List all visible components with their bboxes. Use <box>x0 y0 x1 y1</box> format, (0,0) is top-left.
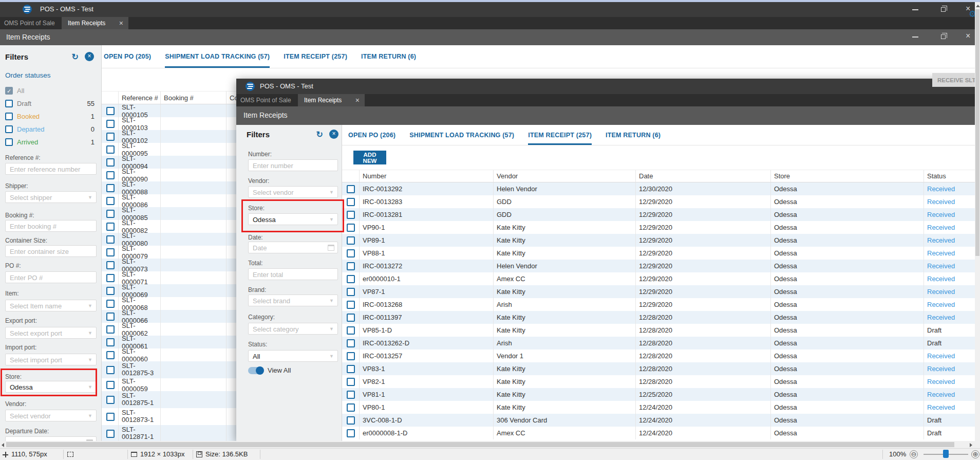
row-checkbox[interactable] <box>347 429 355 437</box>
app-tab-oms-point-of-sale[interactable]: OMS Point of Sale <box>0 17 58 29</box>
row-checkbox[interactable] <box>106 235 115 244</box>
checkbox-booked[interactable] <box>5 113 13 120</box>
row-checkbox[interactable] <box>347 339 355 347</box>
tab-item-receipt-257[interactable]: ITEM RECEIPT (257) <box>528 125 592 145</box>
app-tab-oms-point-of-sale[interactable]: OMS Point of Sale <box>236 94 294 106</box>
minimize-button[interactable] <box>912 6 918 12</box>
checkbox-departed[interactable] <box>5 125 13 133</box>
column-header[interactable] <box>102 91 119 104</box>
refresh-icon[interactable]: ↻ <box>316 130 323 139</box>
refresh-icon[interactable]: ↻ <box>72 52 79 62</box>
status-cell[interactable]: Received <box>924 221 975 234</box>
row-checkbox[interactable] <box>106 351 115 359</box>
selection-tool-icon[interactable] <box>67 452 73 457</box>
status-cell[interactable]: Received <box>924 247 975 260</box>
table-row[interactable]: IRC-0011397Kate Kitty12/28/2020OdessaRec… <box>342 311 975 324</box>
tab-shipment-load-tracking-57[interactable]: SHIPMENT LOAD TRACKING (57) <box>165 45 270 68</box>
status-cell[interactable]: Received <box>924 375 975 388</box>
column-header-number[interactable]: Number <box>360 170 494 182</box>
field-store-input[interactable]: Odessa▼ <box>248 213 338 225</box>
scroll-left-icon[interactable] <box>2 443 4 447</box>
row-checkbox[interactable] <box>106 223 115 231</box>
table-row[interactable]: IRC-0013281GDD12/29/2020OdessaReceived <box>342 208 975 221</box>
row-checkbox[interactable] <box>106 274 115 282</box>
table-row[interactable]: VP81-1Kate Kitty12/25/2020OdessaReceived <box>342 388 975 401</box>
row-checkbox[interactable] <box>347 314 355 322</box>
column-header[interactable] <box>342 170 360 182</box>
status-cell[interactable]: Received <box>924 401 975 414</box>
tab-item-receipt-257[interactable]: ITEM RECEIPT (257) <box>284 45 347 68</box>
column-header-status[interactable]: Status <box>924 170 975 182</box>
row-checkbox[interactable] <box>347 275 355 283</box>
table-row[interactable]: 3VC-008-1-D306 Vendor Card12/24/2020Odes… <box>342 414 975 427</box>
field-vendor-input[interactable]: Select vendor▼ <box>248 186 338 198</box>
status-cell[interactable]: Received <box>924 272 975 285</box>
table-row[interactable]: er0000010-1Amex CC12/29/2020OdessaReceiv… <box>342 272 975 285</box>
row-checkbox[interactable] <box>347 224 355 232</box>
status-cell[interactable]: Received <box>924 195 975 208</box>
row-checkbox[interactable] <box>347 301 355 309</box>
field-booking-input[interactable]: Enter booking # <box>5 220 97 232</box>
row-checkbox[interactable] <box>347 365 355 373</box>
field-reference-input[interactable]: Enter reference number <box>5 163 97 175</box>
field-date-input[interactable]: Date <box>248 242 338 253</box>
row-checkbox[interactable] <box>347 391 355 399</box>
row-checkbox[interactable] <box>347 185 355 193</box>
table-row[interactable]: VP87-1Kate Kitty12/29/2020OdessaReceived <box>342 285 975 298</box>
table-row[interactable]: IRC-0013272Helen Vendor12/29/2020OdessaR… <box>342 260 975 272</box>
settings-gear-icon[interactable]: ⚙ <box>969 9 975 20</box>
bg-titlebar[interactable]: POS - OMS - Test × <box>0 2 975 17</box>
field-vendor-input[interactable]: Select vendor▼ <box>5 410 97 421</box>
field-category-input[interactable]: Select category▼ <box>248 323 338 335</box>
close-filters-icon[interactable]: × <box>85 52 94 61</box>
checkbox-all[interactable]: ✓ <box>5 87 13 95</box>
app-tab-item-receipts[interactable]: Item Receipts× <box>62 17 128 29</box>
row-checkbox[interactable] <box>347 236 355 245</box>
row-checkbox[interactable] <box>106 120 115 128</box>
tab-open-po-205[interactable]: OPEN PO (205) <box>104 45 151 68</box>
row-checkbox[interactable] <box>106 381 115 389</box>
row-checkbox[interactable] <box>347 198 355 206</box>
receive-slt-button[interactable]: RECEIVE SLT <box>932 73 980 87</box>
row-checkbox[interactable] <box>106 197 115 205</box>
tab-close-icon[interactable]: × <box>355 94 360 106</box>
table-row[interactable]: IRC-0013257Vendor 112/28/2020OdessaRecei… <box>342 349 975 362</box>
child-close-button[interactable]: × <box>966 33 972 39</box>
scroll-right-icon[interactable] <box>970 443 972 447</box>
field-po-input[interactable]: Enter PO # <box>5 271 97 283</box>
row-checkbox[interactable] <box>347 378 355 386</box>
table-row[interactable]: IRC-0013292Helen Vendor12/30/2020OdessaR… <box>342 182 975 195</box>
field-store-input[interactable]: Odessa▼ <box>5 381 97 393</box>
status-cell[interactable]: Draft <box>924 414 975 427</box>
status-cell[interactable]: Received <box>924 260 975 272</box>
scroll-up-icon[interactable] <box>976 5 980 7</box>
row-checkbox[interactable] <box>106 184 115 192</box>
field-container-size-input[interactable]: Enter container size <box>5 245 97 257</box>
hscroll-thumb[interactable] <box>6 442 954 447</box>
close-filters-icon[interactable]: × <box>329 130 338 139</box>
column-header-booking[interactable]: Booking # <box>161 91 227 104</box>
row-checkbox[interactable] <box>347 416 355 425</box>
status-cell[interactable]: Draft <box>924 324 975 337</box>
status-cell[interactable]: Draft <box>924 427 975 439</box>
row-checkbox[interactable] <box>347 262 355 270</box>
status-cell[interactable]: Received <box>924 182 975 195</box>
vertical-scrollbar[interactable] <box>975 2 980 441</box>
checkbox-arrived[interactable] <box>5 138 13 146</box>
row-checkbox[interactable] <box>106 396 115 404</box>
row-checkbox[interactable] <box>347 211 355 219</box>
row-checkbox[interactable] <box>106 300 115 308</box>
view-all-toggle[interactable] <box>248 367 263 374</box>
horizontal-scrollbar[interactable] <box>0 441 975 448</box>
tab-item-return-6[interactable]: ITEM RETURN (6) <box>606 125 661 145</box>
row-checkbox[interactable] <box>106 158 115 167</box>
maximize-button[interactable] <box>941 7 946 12</box>
status-cell[interactable]: Received <box>924 362 975 375</box>
row-checkbox[interactable] <box>106 210 115 218</box>
zoom-slider-thumb[interactable] <box>943 450 949 458</box>
status-cell[interactable]: Received <box>924 298 975 311</box>
table-row[interactable]: IRC-0013268Arish12/29/2020OdessaReceived <box>342 298 975 311</box>
row-checkbox[interactable] <box>106 325 115 334</box>
row-checkbox[interactable] <box>106 287 115 295</box>
row-checkbox[interactable] <box>347 288 355 296</box>
